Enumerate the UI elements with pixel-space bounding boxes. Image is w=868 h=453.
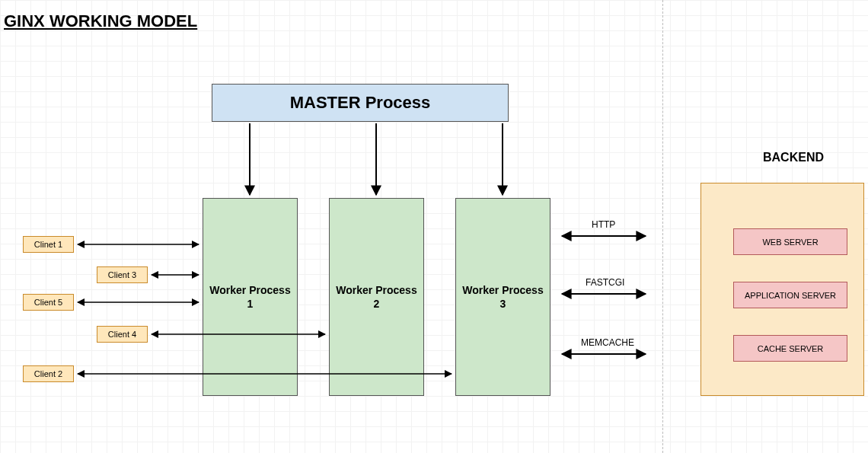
client-3-label: Client 3 [108, 270, 136, 279]
web-server-box: WEB SERVER [733, 228, 847, 255]
backend-title: BACKEND [763, 151, 824, 164]
web-server-label: WEB SERVER [762, 238, 818, 247]
worker-2-label: Worker Process 2 [336, 283, 416, 311]
section-divider [662, 0, 663, 453]
app-server-label: APPLICATION SERVER [745, 291, 836, 300]
worker-process-2: Worker Process 2 [329, 198, 424, 396]
worker-process-1: Worker Process 1 [203, 198, 298, 396]
client-5-label: Client 5 [34, 298, 62, 307]
http-label: HTTP [592, 219, 615, 230]
memcache-label: MEMCACHE [581, 337, 634, 348]
client-4-label: Client 4 [108, 330, 136, 339]
master-process-box: MASTER Process [212, 84, 509, 122]
client-2-box: Client 2 [23, 365, 74, 382]
worker-process-3: Worker Process 3 [455, 198, 550, 396]
client-3-box: Client 3 [97, 266, 148, 283]
worker-1-label: Worker Process 1 [209, 283, 290, 311]
worker-3-label: Worker Process 3 [462, 283, 543, 311]
fastcgi-label: FASTCGI [586, 277, 624, 288]
master-process-label: MASTER Process [290, 93, 431, 113]
diagram-title: GINX WORKING MODEL [4, 11, 197, 31]
client-1-box: Clinet 1 [23, 236, 74, 253]
client-5-box: Client 5 [23, 294, 74, 311]
cache-server-label: CACHE SERVER [758, 344, 824, 353]
cache-server-box: CACHE SERVER [733, 335, 847, 362]
application-server-box: APPLICATION SERVER [733, 282, 847, 308]
client-4-box: Client 4 [97, 326, 148, 343]
client-2-label: Client 2 [34, 369, 62, 378]
client-1-label: Clinet 1 [34, 240, 62, 249]
